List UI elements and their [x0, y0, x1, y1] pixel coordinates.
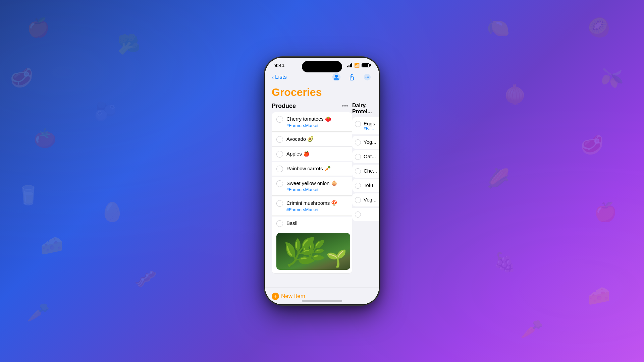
- dairy-list-item: Veg...: [352, 193, 379, 206]
- dairy-column: Dairy, Protei... Eggs #Fa... Yog...: [352, 103, 379, 280]
- svg-point-5: [366, 77, 367, 78]
- item-checkbox-tofu[interactable]: [355, 183, 361, 189]
- list-item: Avocado 🥑: [272, 132, 352, 146]
- dairy-item-name: Oat...: [364, 154, 376, 159]
- new-item-icon: +: [272, 293, 279, 300]
- item-checkbox-eggs[interactable]: [355, 121, 361, 127]
- item-tag: #FarmersMarket: [286, 123, 347, 128]
- signal-bar-1: [347, 66, 348, 67]
- item-content-cherry-tomatoes: Cherry tomatoes 🍅 #FarmersMarket: [286, 116, 347, 128]
- dairy-item-tag: #Fa...: [364, 126, 375, 131]
- nav-back-button[interactable]: ‹ Lists: [272, 74, 287, 81]
- item-name-rainbow-carrots: Rainbow carrots 🥕: [286, 165, 347, 172]
- item-checkbox-basil[interactable]: [276, 220, 283, 227]
- list-item-basil: Basil 🌿: [272, 217, 352, 274]
- dairy-section-subtitle: Protei...: [352, 109, 372, 115]
- item-checkbox-cheese[interactable]: [355, 168, 361, 174]
- home-indicator: [302, 300, 342, 302]
- dairy-item-name: Veg...: [364, 197, 376, 202]
- item-tag: #FarmersMarket: [286, 207, 347, 212]
- item-checkbox-empty[interactable]: [355, 212, 361, 218]
- item-checkbox-mushrooms[interactable]: [276, 200, 283, 207]
- dairy-item-name: Tofu: [364, 182, 373, 188]
- produce-list: Cherry tomatoes 🍅 #FarmersMarket Avocado…: [272, 112, 352, 274]
- produce-section-header: Produce •••: [272, 103, 352, 110]
- phone-frame: 9:41 📶 ‹ Lists: [265, 58, 379, 304]
- produce-more-button[interactable]: •••: [342, 103, 348, 110]
- status-time: 9:41: [274, 62, 284, 68]
- produce-section-title: Produce: [272, 103, 296, 110]
- item-content-rainbow-carrots: Rainbow carrots 🥕: [286, 165, 347, 172]
- list-item: Apples 🍎: [272, 147, 352, 161]
- chevron-left-icon: ‹: [272, 74, 274, 81]
- page-title: Groceries: [265, 85, 379, 103]
- item-name: Sweet yellow onion 🧅: [286, 180, 347, 187]
- nav-action-icons: [331, 72, 372, 82]
- signal-bar-2: [348, 65, 350, 67]
- dairy-section-header: Dairy, Protei...: [352, 103, 379, 115]
- more-button[interactable]: [362, 72, 372, 82]
- produce-column: Produce ••• Cherry tomatoes 🍅 #FarmersMa…: [265, 103, 352, 280]
- bottom-bar: + New Item: [265, 288, 379, 304]
- item-checkbox-rainbow-carrots[interactable]: [276, 166, 283, 172]
- signal-bar-4: [351, 63, 352, 67]
- basil-photo: 🌿: [276, 233, 350, 270]
- new-item-button[interactable]: + New Item: [272, 293, 305, 300]
- dairy-list-item: Tofu: [352, 179, 379, 192]
- dairy-list-item-empty: [352, 208, 379, 221]
- lists-container: Produce ••• Cherry tomatoes 🍅 #FarmersMa…: [265, 103, 379, 280]
- basil-header: Basil: [276, 220, 347, 227]
- status-icons: 📶: [347, 63, 370, 68]
- item-name: Crimini mushrooms 🍄: [286, 200, 347, 206]
- item-checkbox-cherry-tomatoes[interactable]: [276, 116, 283, 123]
- share-icon: [348, 73, 356, 81]
- nav-bar: ‹ Lists: [265, 71, 379, 85]
- ellipsis-icon: [364, 73, 371, 81]
- dairy-section-title-container: Dairy, Protei...: [352, 103, 372, 115]
- item-content-apples: Apples 🍎: [286, 150, 347, 157]
- dairy-list: Eggs #Fa... Yog... Oat... Che.: [352, 117, 379, 222]
- dairy-item-name: Yog...: [364, 139, 376, 145]
- new-item-label: New Item: [281, 293, 305, 300]
- wifi-icon: 📶: [354, 63, 360, 68]
- dairy-item-name: Che...: [364, 168, 377, 174]
- signal-bar-3: [350, 64, 351, 67]
- list-item: Cherry tomatoes 🍅 #FarmersMarket: [272, 112, 352, 132]
- item-content-avocado: Avocado 🥑: [286, 136, 347, 142]
- dairy-item-content: Eggs #Fa...: [364, 121, 375, 131]
- signal-bars-icon: [347, 63, 352, 67]
- list-item: Crimini mushrooms 🍄 #FarmersMarket: [272, 196, 352, 216]
- nav-back-label: Lists: [275, 74, 287, 80]
- dairy-list-item: Eggs #Fa...: [352, 117, 379, 134]
- item-checkbox-onion[interactable]: [276, 180, 283, 187]
- dairy-list-item: Oat...: [352, 150, 379, 163]
- item-content-mushrooms: Crimini mushrooms 🍄 #FarmersMarket: [286, 200, 347, 212]
- item-checkbox-veg[interactable]: [355, 197, 361, 203]
- dairy-item-name: Eggs: [364, 121, 375, 126]
- item-name: Apples 🍎: [286, 150, 347, 157]
- person-icon: [332, 73, 341, 81]
- svg-point-6: [367, 77, 368, 78]
- item-name: Cherry tomatoes 🍅: [286, 116, 347, 122]
- share-button[interactable]: [347, 72, 357, 82]
- item-checkbox-yogurt[interactable]: [355, 139, 361, 145]
- item-checkbox-avocado[interactable]: [276, 136, 283, 143]
- collaborator-button[interactable]: [331, 72, 341, 82]
- item-content-onion: Sweet yellow onion 🧅 #FarmersMarket: [286, 180, 347, 192]
- list-item: Sweet yellow onion 🧅 #FarmersMarket: [272, 177, 352, 196]
- svg-point-7: [368, 77, 369, 78]
- item-checkbox-apples[interactable]: [276, 151, 283, 158]
- item-checkbox-oat[interactable]: [355, 154, 361, 160]
- dairy-list-item: Che...: [352, 165, 379, 178]
- battery-fill: [362, 64, 368, 67]
- svg-point-1: [335, 75, 338, 77]
- list-item: Rainbow carrots 🥕: [272, 162, 352, 176]
- dairy-section-title: Dairy,: [352, 103, 372, 109]
- item-name-basil: Basil: [286, 220, 298, 227]
- battery-icon: [362, 63, 370, 67]
- item-tag: #FarmersMarket: [286, 187, 347, 192]
- dynamic-island: [302, 61, 342, 72]
- item-name: Avocado 🥑: [286, 136, 347, 142]
- dairy-list-item: Yog...: [352, 136, 379, 149]
